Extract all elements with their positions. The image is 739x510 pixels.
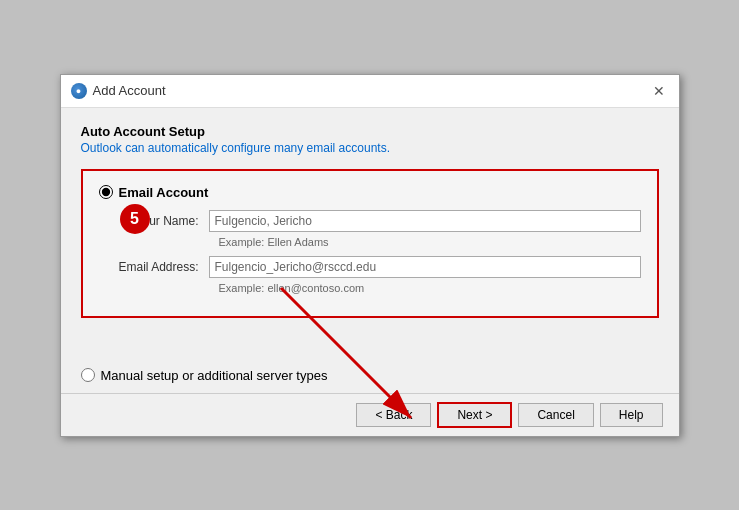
close-button[interactable]: ✕ <box>649 81 669 101</box>
title-bar: ● Add Account ✕ <box>61 75 679 108</box>
dialog-window: ● Add Account ✕ Auto Account Setup Outlo… <box>60 74 680 437</box>
manual-setup-label: Manual setup or additional server types <box>101 368 328 383</box>
your-name-label: Your Name: <box>99 214 209 228</box>
back-button[interactable]: < Back <box>356 403 431 427</box>
dialog-title: Add Account <box>93 83 166 98</box>
dialog-body: Auto Account Setup Outlook can automatic… <box>61 108 679 393</box>
step-badge: 5 <box>120 204 150 234</box>
your-name-field-block: Your Name: Example: Ellen Adams <box>99 210 641 248</box>
dialog-footer: < Back Next > Cancel Help <box>61 393 679 436</box>
email-account-label: Email Account <box>119 185 209 200</box>
outlook-icon: ● <box>71 83 87 99</box>
email-address-example: Example: ellen@contoso.com <box>219 282 641 294</box>
email-address-row: Email Address: <box>99 256 641 278</box>
email-address-label: Email Address: <box>99 260 209 274</box>
cancel-button[interactable]: Cancel <box>518 403 593 427</box>
help-button[interactable]: Help <box>600 403 663 427</box>
email-address-input[interactable] <box>209 256 641 278</box>
section-title: Auto Account Setup <box>81 124 659 139</box>
your-name-example: Example: Ellen Adams <box>219 236 641 248</box>
email-account-radio[interactable] <box>99 185 113 199</box>
email-address-field-block: Email Address: Example: ellen@contoso.co… <box>99 256 641 294</box>
your-name-input[interactable] <box>209 210 641 232</box>
manual-setup-radio[interactable] <box>81 368 95 382</box>
next-button[interactable]: Next > <box>437 402 512 428</box>
manual-setup-radio-row: Manual setup or additional server types <box>81 368 659 383</box>
email-account-form-box: Email Account Your Name: Example: Ellen … <box>81 169 659 318</box>
title-bar-left: ● Add Account <box>71 83 166 99</box>
email-account-radio-row: Email Account <box>99 185 641 200</box>
your-name-row: Your Name: <box>99 210 641 232</box>
section-subtitle: Outlook can automatically configure many… <box>81 141 659 155</box>
